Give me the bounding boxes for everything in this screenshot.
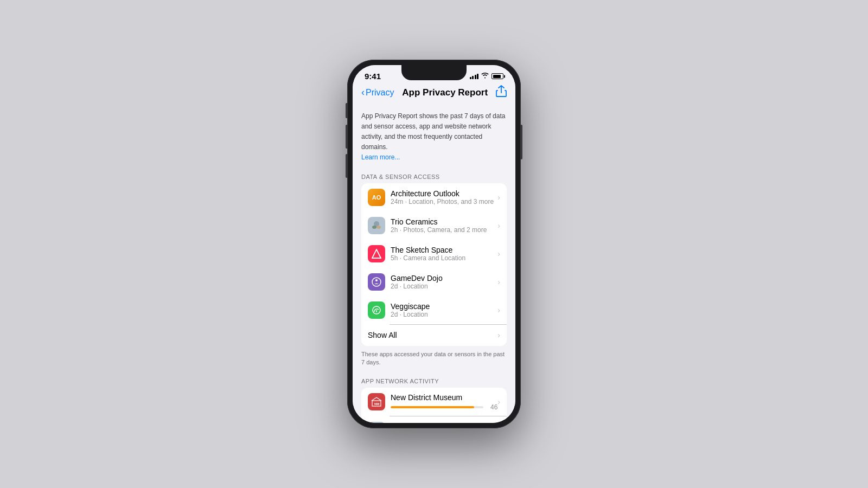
navigation-bar: ‹ Privacy App Privacy Report (353, 83, 515, 104)
chevron-left-icon: ‹ (361, 87, 365, 98)
app-icon-trio (368, 217, 385, 234)
status-icons (470, 73, 504, 80)
network-app-name: Trio Ceramics (391, 422, 497, 423)
app-icon-trio-network (368, 422, 385, 423)
app-icon-gamedev (368, 273, 385, 291)
chevron-right-icon: › (497, 331, 500, 339)
activity-bar-track (391, 406, 483, 408)
svg-point-1 (372, 226, 376, 229)
notch (401, 65, 467, 80)
back-button[interactable]: ‹ Privacy (361, 87, 394, 98)
activity-bar-fill (391, 406, 474, 408)
scroll-content[interactable]: App Privacy Report shows the past 7 days… (353, 104, 515, 423)
description-section: App Privacy Report shows the past 7 days… (353, 104, 515, 170)
app-subtitle: 2d · Location (391, 282, 497, 290)
data-sensor-header: DATA & SENSOR ACCESS (353, 170, 515, 183)
list-item[interactable]: AO Architecture Outlook 24m · Location, … (361, 183, 507, 211)
chevron-right-icon: › (497, 278, 500, 286)
chevron-right-icon: › (497, 397, 500, 406)
item-content: Architecture Outlook 24m · Location, Pho… (391, 189, 497, 206)
data-sensor-list: AO Architecture Outlook 24m · Location, … (361, 183, 507, 346)
signal-icon (470, 73, 479, 79)
activity-count: 46 (487, 403, 497, 411)
app-subtitle: 5h · Camera and Location (391, 254, 497, 262)
app-icon-ndm: NM (368, 393, 385, 410)
wifi-icon (481, 73, 489, 80)
network-item[interactable]: Trio Ceramics 30 › (361, 416, 507, 423)
side-button-mute (346, 103, 347, 118)
svg-text:NM: NM (374, 402, 379, 406)
share-button[interactable] (496, 85, 507, 100)
network-activity-header: APP NETWORK ACTIVITY (353, 375, 515, 388)
side-button-volume-up (346, 125, 347, 149)
network-content: Trio Ceramics 30 (391, 422, 497, 423)
chevron-right-icon: › (497, 221, 500, 230)
phone-frame: 9:41 (347, 60, 521, 428)
list-item[interactable]: Veggiscape 2d · Location › (361, 296, 507, 324)
back-label: Privacy (366, 88, 394, 98)
item-content: Trio Ceramics 2h · Photos, Camera, and 2… (391, 217, 497, 234)
network-content: New District Museum 46 (391, 393, 497, 411)
item-content: The Sketch Space 5h · Camera and Locatio… (391, 246, 497, 262)
status-time: 9:41 (365, 72, 381, 81)
list-item[interactable]: Trio Ceramics 2h · Photos, Camera, and 2… (361, 211, 507, 240)
app-icon-architecture: AO (368, 189, 385, 206)
page-title: App Privacy Report (402, 87, 488, 98)
show-all-label: Show All (368, 331, 497, 339)
app-icon-sketch (368, 245, 385, 262)
side-button-power (521, 125, 522, 159)
svg-point-5 (375, 279, 378, 281)
app-subtitle: 2d · Location (391, 311, 497, 318)
svg-point-4 (372, 278, 381, 286)
phone-screen: 9:41 (353, 65, 515, 423)
item-content: GameDev Dojo 2d · Location (391, 274, 497, 290)
svg-point-2 (376, 226, 381, 229)
side-button-volume-down (346, 154, 347, 178)
data-sensor-footer: These apps accessed your data or sensors… (353, 347, 515, 375)
network-activity-list: NM New District Museum 46 › (361, 388, 507, 423)
battery-icon (492, 73, 503, 79)
list-item[interactable]: The Sketch Space 5h · Camera and Locatio… (361, 240, 507, 268)
app-subtitle: 24m · Location, Photos, and 3 more (391, 198, 497, 206)
app-name: Veggiscape (391, 302, 497, 311)
network-app-name: New District Museum (391, 393, 497, 402)
chevron-right-icon: › (497, 249, 500, 258)
app-name: The Sketch Space (391, 246, 497, 254)
network-item[interactable]: NM New District Museum 46 › (361, 388, 507, 416)
app-subtitle: 2h · Photos, Camera, and 2 more (391, 226, 497, 234)
app-icon-veggiscape (368, 301, 385, 319)
chevron-right-icon: › (497, 306, 500, 314)
app-name: GameDev Dojo (391, 274, 497, 282)
app-name: Trio Ceramics (391, 217, 497, 226)
chevron-right-icon: › (497, 193, 500, 202)
list-item[interactable]: GameDev Dojo 2d · Location › (361, 268, 507, 296)
description-text: App Privacy Report shows the past 7 days… (361, 112, 505, 151)
learn-more-link[interactable]: Learn more... (361, 153, 400, 161)
app-name: Architecture Outlook (391, 189, 497, 198)
show-all-button[interactable]: Show All › (361, 324, 507, 346)
svg-marker-3 (372, 249, 381, 258)
item-content: Veggiscape 2d · Location (391, 302, 497, 318)
